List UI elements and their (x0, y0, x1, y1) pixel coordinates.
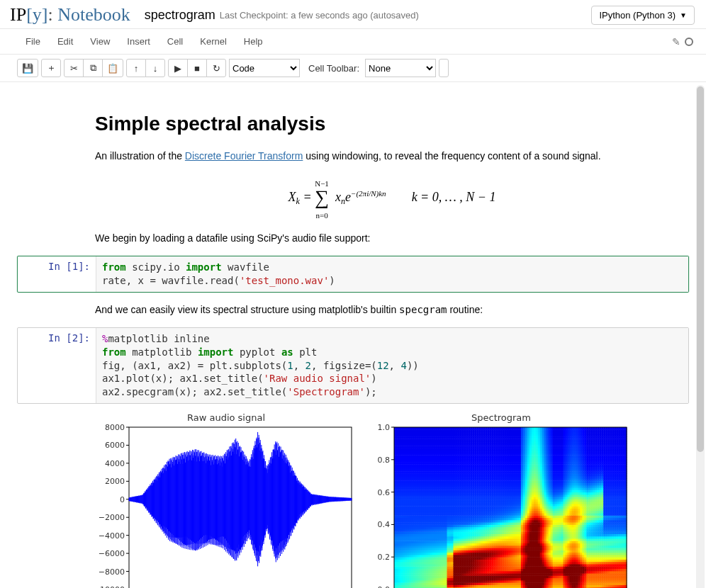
vertical-scrollbar[interactable] (696, 85, 705, 588)
svg-rect-3530 (481, 527, 483, 530)
svg-rect-3544 (481, 494, 483, 497)
svg-rect-4959 (523, 460, 525, 463)
svg-rect-3499 (478, 436, 481, 439)
svg-rect-5503 (540, 497, 542, 499)
svg-rect-4019 (495, 529, 498, 532)
svg-rect-1484 (420, 564, 422, 567)
svg-rect-4390 (506, 480, 508, 483)
menu-kernel[interactable]: Kernel (191, 32, 235, 51)
svg-rect-757 (396, 465, 398, 468)
svg-rect-7268 (593, 462, 595, 465)
celltype-select[interactable]: CodeMarkdownRaw NBConvertHeading (229, 59, 300, 77)
menu-help[interactable]: Help (235, 32, 271, 51)
menu-cell[interactable]: Cell (159, 32, 191, 51)
svg-rect-7789 (610, 553, 612, 555)
interrupt-button[interactable]: ■ (187, 59, 207, 77)
svg-rect-5729 (547, 460, 549, 463)
svg-rect-1391 (415, 455, 418, 458)
svg-rect-4647 (515, 534, 517, 537)
svg-rect-5224 (532, 494, 534, 497)
svg-rect-5170 (530, 458, 532, 460)
svg-rect-4068 (498, 578, 500, 581)
copy-button[interactable]: ⧉ (83, 59, 103, 77)
svg-rect-786 (398, 560, 400, 562)
svg-rect-2359 (445, 483, 447, 486)
svg-rect-8198 (622, 578, 624, 581)
svg-rect-3416 (476, 467, 478, 470)
svg-rect-2240 (441, 434, 443, 437)
svg-rect-4410 (506, 434, 508, 437)
menu-view[interactable]: View (82, 32, 118, 51)
svg-rect-6946 (584, 560, 586, 562)
restart-button[interactable]: ↻ (206, 59, 226, 77)
svg-rect-4812 (519, 476, 521, 479)
scrollbar-thumb[interactable] (697, 86, 704, 452)
svg-rect-1212 (411, 545, 413, 548)
svg-rect-3481 (478, 478, 481, 481)
svg-rect-4213 (502, 567, 504, 570)
menu-edit[interactable]: Edit (49, 32, 82, 51)
code-cell-1[interactable]: In [1]: from scipy.io import wavfile rat… (17, 256, 689, 293)
kernel-selector-button[interactable]: IPython (Python 3) ▼ (591, 6, 695, 25)
svg-rect-7475 (599, 469, 601, 472)
move-up-button[interactable]: ↑ (126, 59, 146, 77)
code-input-1[interactable]: from scipy.io import wavfile rate, x = w… (96, 256, 688, 292)
dft-link[interactable]: Discrete Fourier Transform (185, 150, 303, 162)
svg-rect-3305 (474, 562, 476, 565)
svg-rect-7803 (610, 520, 612, 523)
cut-button[interactable]: ✂ (64, 59, 84, 77)
svg-rect-2819 (459, 553, 461, 555)
menu-file[interactable]: File (17, 32, 49, 51)
svg-rect-1071 (407, 548, 409, 550)
svg-rect-5738 (547, 439, 549, 442)
svg-rect-7769 (607, 436, 610, 439)
code-input-2[interactable]: %matplotlib inline from matplotlib impor… (96, 328, 688, 403)
paste-button[interactable]: 📋 (102, 59, 123, 77)
svg-rect-4548 (510, 439, 512, 442)
insert-cell-button[interactable]: ＋ (41, 59, 61, 77)
svg-rect-5085 (527, 492, 530, 495)
svg-rect-7899 (612, 460, 614, 463)
svg-rect-7137 (588, 441, 590, 444)
svg-rect-4722 (517, 522, 519, 525)
notebook-name[interactable]: spectrogram (145, 8, 215, 23)
svg-rect-6893 (582, 520, 584, 523)
menu-insert[interactable]: Insert (118, 32, 159, 51)
svg-rect-2374 (445, 448, 447, 451)
svg-rect-1540 (420, 434, 422, 437)
svg-rect-3380 (476, 550, 478, 553)
svg-rect-997 (405, 557, 407, 560)
save-button[interactable]: 💾 (17, 59, 38, 77)
move-down-button[interactable]: ↓ (145, 59, 165, 77)
markdown-cell[interactable]: Simple spectral analysis An illustration… (17, 101, 689, 251)
toolbar-extra-button[interactable] (439, 59, 449, 77)
svg-rect-1535 (420, 446, 422, 448)
svg-rect-1796 (428, 490, 430, 493)
svg-rect-4163 (500, 520, 502, 523)
run-button[interactable]: ▶ (168, 59, 188, 77)
svg-rect-6149 (559, 460, 561, 463)
svg-rect-2784 (457, 471, 459, 474)
svg-rect-7744 (607, 494, 610, 497)
svg-rect-5213 (532, 520, 534, 523)
svg-rect-7417 (597, 441, 599, 444)
svg-rect-2404 (447, 541, 449, 544)
svg-rect-878 (400, 509, 403, 511)
celltoolbar-select[interactable]: None (365, 59, 436, 77)
svg-rect-1331 (413, 432, 415, 435)
svg-rect-5041 (525, 432, 527, 435)
svg-rect-7948 (614, 509, 616, 511)
svg-rect-6386 (568, 560, 570, 562)
svg-rect-7194 (590, 471, 593, 474)
svg-rect-3006 (464, 443, 466, 446)
code-cell-2[interactable]: In [2]: %matplotlib inline from matplotl… (17, 327, 689, 404)
svg-rect-4539 (510, 460, 512, 463)
svg-rect-3884 (491, 518, 493, 521)
svg-rect-1557 (422, 557, 424, 560)
svg-rect-5290 (534, 504, 536, 507)
svg-rect-2443 (447, 451, 449, 453)
svg-rect-7371 (597, 548, 599, 550)
svg-rect-5389 (536, 436, 538, 439)
markdown-cell-2[interactable]: And we can easily view its spectral stru… (17, 297, 689, 323)
svg-rect-1258 (411, 439, 413, 442)
